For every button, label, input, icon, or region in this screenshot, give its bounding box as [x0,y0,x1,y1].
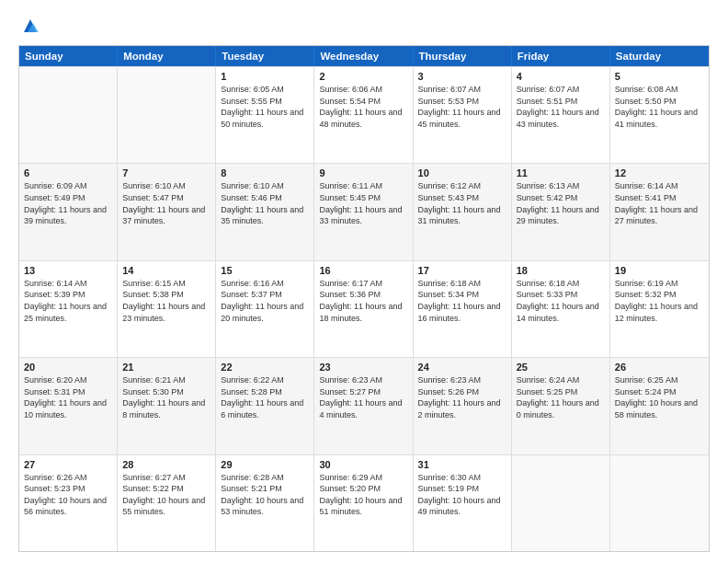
calendar-header-cell: Tuesday [216,46,314,66]
calendar-cell: 13Sunrise: 6:14 AM Sunset: 5:39 PM Dayli… [19,261,118,357]
calendar-header-cell: Wednesday [314,46,413,66]
header [18,15,710,36]
day-number: 17 [418,265,506,276]
cell-text: Sunrise: 6:05 AM Sunset: 5:55 PM Dayligh… [221,84,309,130]
calendar-cell: 15Sunrise: 6:16 AM Sunset: 5:37 PM Dayli… [216,261,314,357]
day-number: 28 [122,459,210,470]
calendar-cell [512,455,610,551]
day-number: 8 [221,167,309,178]
day-number: 19 [615,265,704,276]
calendar-cell: 28Sunrise: 6:27 AM Sunset: 5:22 PM Dayli… [118,455,216,551]
day-number: 14 [122,265,210,276]
cell-text: Sunrise: 6:09 AM Sunset: 5:49 PM Dayligh… [24,180,112,226]
calendar-cell: 16Sunrise: 6:17 AM Sunset: 5:36 PM Dayli… [314,261,413,357]
calendar-cell: 27Sunrise: 6:26 AM Sunset: 5:23 PM Dayli… [19,455,118,551]
calendar-cell: 5Sunrise: 6:08 AM Sunset: 5:50 PM Daylig… [610,67,709,163]
calendar-cell: 8Sunrise: 6:10 AM Sunset: 5:46 PM Daylig… [216,164,314,259]
cell-text: Sunrise: 6:26 AM Sunset: 5:23 PM Dayligh… [24,472,112,518]
cell-text: Sunrise: 6:10 AM Sunset: 5:47 PM Dayligh… [122,180,210,226]
cell-text: Sunrise: 6:13 AM Sunset: 5:42 PM Dayligh… [517,180,605,226]
day-number: 10 [418,167,506,178]
calendar-cell: 9Sunrise: 6:11 AM Sunset: 5:45 PM Daylig… [314,164,413,259]
cell-text: Sunrise: 6:18 AM Sunset: 5:33 PM Dayligh… [517,278,605,324]
calendar-cell: 19Sunrise: 6:19 AM Sunset: 5:32 PM Dayli… [610,261,709,357]
calendar-cell: 6Sunrise: 6:09 AM Sunset: 5:49 PM Daylig… [19,164,118,259]
calendar-cell [118,67,216,163]
day-number: 7 [122,167,210,178]
day-number: 18 [517,265,605,276]
day-number: 4 [517,71,605,82]
day-number: 15 [221,265,309,276]
calendar-cell: 20Sunrise: 6:20 AM Sunset: 5:31 PM Dayli… [19,358,118,454]
day-number: 13 [24,265,112,276]
cell-text: Sunrise: 6:29 AM Sunset: 5:20 PM Dayligh… [319,472,407,518]
day-number: 24 [418,362,506,373]
calendar-cell: 12Sunrise: 6:14 AM Sunset: 5:41 PM Dayli… [610,164,709,259]
cell-text: Sunrise: 6:11 AM Sunset: 5:45 PM Dayligh… [319,180,407,226]
calendar-cell: 14Sunrise: 6:15 AM Sunset: 5:38 PM Dayli… [118,261,216,357]
logo [18,15,40,36]
cell-text: Sunrise: 6:16 AM Sunset: 5:37 PM Dayligh… [221,278,309,324]
day-number: 30 [319,459,407,470]
calendar-header-cell: Saturday [610,46,709,66]
day-number: 1 [221,71,309,82]
calendar-cell: 10Sunrise: 6:12 AM Sunset: 5:43 PM Dayli… [414,164,512,259]
calendar-header-cell: Sunday [19,46,118,66]
calendar-cell: 29Sunrise: 6:28 AM Sunset: 5:21 PM Dayli… [216,455,314,551]
calendar-row: 20Sunrise: 6:20 AM Sunset: 5:31 PM Dayli… [19,357,709,454]
calendar-row: 6Sunrise: 6:09 AM Sunset: 5:49 PM Daylig… [19,163,709,259]
cell-text: Sunrise: 6:24 AM Sunset: 5:25 PM Dayligh… [517,374,605,420]
cell-text: Sunrise: 6:17 AM Sunset: 5:36 PM Dayligh… [319,278,407,324]
calendar-cell: 1Sunrise: 6:05 AM Sunset: 5:55 PM Daylig… [216,67,314,163]
calendar-row: 27Sunrise: 6:26 AM Sunset: 5:23 PM Dayli… [19,454,709,551]
cell-text: Sunrise: 6:19 AM Sunset: 5:32 PM Dayligh… [615,278,704,324]
day-number: 29 [221,459,309,470]
day-number: 5 [615,71,704,82]
calendar-cell: 7Sunrise: 6:10 AM Sunset: 5:47 PM Daylig… [118,164,216,259]
calendar-header-cell: Friday [512,46,610,66]
cell-text: Sunrise: 6:06 AM Sunset: 5:54 PM Dayligh… [319,84,407,130]
calendar-cell: 26Sunrise: 6:25 AM Sunset: 5:24 PM Dayli… [610,358,709,454]
calendar-cell [610,455,709,551]
calendar-row: 1Sunrise: 6:05 AM Sunset: 5:55 PM Daylig… [19,66,709,163]
calendar-cell: 31Sunrise: 6:30 AM Sunset: 5:19 PM Dayli… [414,455,512,551]
day-number: 21 [122,362,210,373]
cell-text: Sunrise: 6:15 AM Sunset: 5:38 PM Dayligh… [122,278,210,324]
day-number: 22 [221,362,309,373]
calendar-header: SundayMondayTuesdayWednesdayThursdayFrid… [19,46,709,66]
calendar-cell: 11Sunrise: 6:13 AM Sunset: 5:42 PM Dayli… [512,164,610,259]
calendar-body: 1Sunrise: 6:05 AM Sunset: 5:55 PM Daylig… [19,66,709,551]
day-number: 23 [319,362,407,373]
cell-text: Sunrise: 6:14 AM Sunset: 5:39 PM Dayligh… [24,278,112,324]
cell-text: Sunrise: 6:12 AM Sunset: 5:43 PM Dayligh… [418,180,506,226]
day-number: 25 [517,362,605,373]
cell-text: Sunrise: 6:18 AM Sunset: 5:34 PM Dayligh… [418,278,506,324]
day-number: 26 [615,362,704,373]
cell-text: Sunrise: 6:30 AM Sunset: 5:19 PM Dayligh… [418,472,506,518]
cell-text: Sunrise: 6:10 AM Sunset: 5:46 PM Dayligh… [221,180,309,226]
cell-text: Sunrise: 6:23 AM Sunset: 5:26 PM Dayligh… [418,374,506,420]
cell-text: Sunrise: 6:23 AM Sunset: 5:27 PM Dayligh… [319,374,407,420]
day-number: 9 [319,167,407,178]
logo-icon [20,16,40,36]
calendar-cell: 4Sunrise: 6:07 AM Sunset: 5:51 PM Daylig… [512,67,610,163]
calendar-cell: 2Sunrise: 6:06 AM Sunset: 5:54 PM Daylig… [314,67,413,163]
calendar-cell: 24Sunrise: 6:23 AM Sunset: 5:26 PM Dayli… [414,358,512,454]
day-number: 20 [24,362,112,373]
calendar-cell [19,67,118,163]
cell-text: Sunrise: 6:21 AM Sunset: 5:30 PM Dayligh… [122,374,210,420]
cell-text: Sunrise: 6:28 AM Sunset: 5:21 PM Dayligh… [221,472,309,518]
calendar: SundayMondayTuesdayWednesdayThursdayFrid… [18,45,710,552]
calendar-cell: 23Sunrise: 6:23 AM Sunset: 5:27 PM Dayli… [314,358,413,454]
cell-text: Sunrise: 6:22 AM Sunset: 5:28 PM Dayligh… [221,374,309,420]
day-number: 3 [418,71,506,82]
cell-text: Sunrise: 6:07 AM Sunset: 5:51 PM Dayligh… [517,84,605,130]
calendar-cell: 22Sunrise: 6:22 AM Sunset: 5:28 PM Dayli… [216,358,314,454]
calendar-cell: 21Sunrise: 6:21 AM Sunset: 5:30 PM Dayli… [118,358,216,454]
cell-text: Sunrise: 6:14 AM Sunset: 5:41 PM Dayligh… [615,180,704,226]
calendar-cell: 25Sunrise: 6:24 AM Sunset: 5:25 PM Dayli… [512,358,610,454]
cell-text: Sunrise: 6:07 AM Sunset: 5:53 PM Dayligh… [418,84,506,130]
cell-text: Sunrise: 6:27 AM Sunset: 5:22 PM Dayligh… [122,472,210,518]
calendar-header-cell: Monday [118,46,216,66]
calendar-cell: 18Sunrise: 6:18 AM Sunset: 5:33 PM Dayli… [512,261,610,357]
